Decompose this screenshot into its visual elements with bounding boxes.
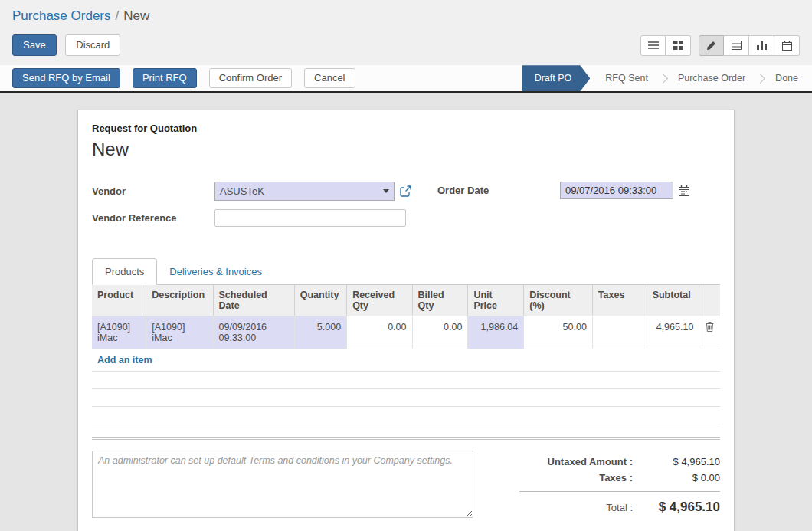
order-date-input[interactable] <box>560 182 673 199</box>
col-unit-price: Unit Price <box>468 285 524 316</box>
col-delete <box>699 285 720 316</box>
print-rfq-button[interactable]: Print RFQ <box>133 68 197 88</box>
view-switcher <box>640 35 800 56</box>
state-draft-po[interactable]: Draft PO <box>522 65 591 91</box>
order-date-label: Order Date <box>437 185 560 196</box>
cell-scheduled-date[interactable]: 09/09/2016 09:33:00 <box>213 316 294 349</box>
dropdown-caret-icon <box>383 189 389 193</box>
vendor-field-row: Vendor ASUSTeK <box>92 182 437 201</box>
order-line-row[interactable]: [A1090] iMac [A1090] iMac 09/09/2016 09:… <box>92 316 720 349</box>
cell-quantity[interactable]: 5.000 <box>294 316 346 349</box>
cell-taxes[interactable] <box>592 316 647 349</box>
calendar-view-button[interactable] <box>774 35 800 56</box>
view-switcher-group-2 <box>699 35 800 56</box>
taxes-value: $ 0.00 <box>643 472 720 483</box>
discard-button[interactable]: Discard <box>65 34 120 56</box>
cell-description[interactable]: [A1090] iMac <box>146 316 213 349</box>
top-header: Purchase Orders/New Save Discard <box>0 0 812 65</box>
graph-icon <box>757 41 767 50</box>
statusbar-buttons: Send RFQ by Email Print RFQ Confirm Orde… <box>0 65 362 91</box>
breadcrumb-purchase-orders-link[interactable]: Purchase Orders <box>12 8 111 23</box>
terms-textarea[interactable] <box>92 451 473 518</box>
untaxed-amount-label: Untaxed Amount : <box>519 456 643 467</box>
form-view-button[interactable] <box>699 35 724 56</box>
untaxed-amount-row: Untaxed Amount : $ 4,965.10 <box>519 454 720 470</box>
toolbar: Save Discard <box>12 28 800 65</box>
tab-products[interactable]: Products <box>92 258 157 285</box>
form-sheet: Request for Quotation New Vendor ASUSTeK… <box>77 110 735 531</box>
vendor-label: Vendor <box>92 185 214 197</box>
tab-deliveries-invoices[interactable]: Deliveries & Invoices <box>157 259 274 284</box>
form-edit-icon <box>706 41 716 51</box>
statusbar-states: Draft PO RFQ Sent Purchase Order Done <box>522 65 812 91</box>
statusbar: Send RFQ by Email Print RFQ Confirm Orde… <box>0 65 812 93</box>
state-rfq-sent[interactable]: RFQ Sent <box>591 65 662 91</box>
vendor-reference-field-row: Vendor Reference <box>92 209 437 227</box>
form-fields: Vendor ASUSTeK Vendor Reference Order <box>92 182 720 235</box>
taxes-row: Taxes : $ 0.00 <box>519 470 720 486</box>
empty-line-row <box>92 372 720 389</box>
list-view-button[interactable] <box>640 35 666 56</box>
breadcrumb: Purchase Orders/New <box>12 0 800 28</box>
cell-unit-price[interactable]: 1,986.04 <box>468 316 524 349</box>
empty-line-row <box>92 389 720 407</box>
pivot-view-button[interactable] <box>724 35 749 56</box>
toolbar-left: Save Discard <box>12 34 120 56</box>
delete-line-button[interactable] <box>699 316 720 349</box>
vendor-external-link-button[interactable] <box>400 185 411 197</box>
cell-billed-qty: 0.00 <box>412 316 468 349</box>
col-product: Product <box>92 285 146 316</box>
send-rfq-by-email-button[interactable]: Send RFQ by Email <box>12 68 120 88</box>
col-quantity: Quantity <box>294 285 346 316</box>
calendar-icon <box>679 185 689 196</box>
add-an-item-link[interactable]: Add an item <box>97 355 152 365</box>
col-description: Description <box>146 285 213 316</box>
col-taxes: Taxes <box>592 285 647 316</box>
vendor-value: ASUSTeK <box>220 185 264 197</box>
form-column-right: Order Date <box>437 182 720 235</box>
kanban-icon <box>673 41 683 50</box>
empty-line-row <box>92 407 720 424</box>
total-label: Total : <box>519 502 643 513</box>
form-column-left: Vendor ASUSTeK Vendor Reference <box>92 182 437 235</box>
col-scheduled-date: Scheduled Date <box>213 285 294 316</box>
order-date-calendar-button[interactable] <box>679 185 689 196</box>
col-billed-qty: Billed Qty <box>412 285 468 316</box>
view-switcher-group-1 <box>640 35 691 56</box>
vendor-reference-input[interactable] <box>214 209 406 227</box>
calendar-icon <box>782 41 792 51</box>
trash-icon <box>706 323 714 334</box>
totals-block: Untaxed Amount : $ 4,965.10 Taxes : $ 0.… <box>519 451 720 518</box>
col-received-qty: Received Qty <box>347 285 412 316</box>
untaxed-amount-value: $ 4,965.10 <box>643 456 720 467</box>
list-icon <box>648 41 659 50</box>
sheet-footer: Untaxed Amount : $ 4,965.10 Taxes : $ 0.… <box>92 451 720 518</box>
save-button[interactable]: Save <box>12 34 57 56</box>
kanban-view-button[interactable] <box>666 35 691 56</box>
content-area: Request for Quotation New Vendor ASUSTeK… <box>0 93 812 531</box>
state-done[interactable]: Done <box>761 65 812 91</box>
order-lines-table: Product Description Scheduled Date Quant… <box>92 285 720 424</box>
add-item-row: Add an item <box>92 349 720 372</box>
notebook-tabs: Products Deliveries & Invoices <box>92 258 720 285</box>
col-subtotal: Subtotal <box>647 285 699 316</box>
table-header-row: Product Description Scheduled Date Quant… <box>92 285 720 316</box>
cell-product[interactable]: [A1090] iMac <box>92 316 146 349</box>
breadcrumb-current: New <box>123 8 149 23</box>
total-value: $ 4,965.10 <box>643 500 720 515</box>
cell-received-qty: 0.00 <box>347 316 412 349</box>
cancel-button[interactable]: Cancel <box>304 68 355 88</box>
cell-discount[interactable]: 50.00 <box>524 316 593 349</box>
confirm-order-button[interactable]: Confirm Order <box>209 68 292 88</box>
record-title: New <box>92 139 720 160</box>
state-purchase-order[interactable]: Purchase Order <box>664 65 759 91</box>
external-link-icon <box>400 185 411 197</box>
document-type-label: Request for Quotation <box>92 123 720 134</box>
graph-view-button[interactable] <box>749 35 774 56</box>
pivot-icon <box>732 41 742 50</box>
vendor-reference-label: Vendor Reference <box>92 212 214 224</box>
vendor-select[interactable]: ASUSTeK <box>214 182 395 201</box>
order-date-field-row: Order Date <box>437 182 720 199</box>
total-row: Total : $ 4,965.10 <box>519 497 720 517</box>
cell-subtotal: 4,965.10 <box>647 316 699 349</box>
